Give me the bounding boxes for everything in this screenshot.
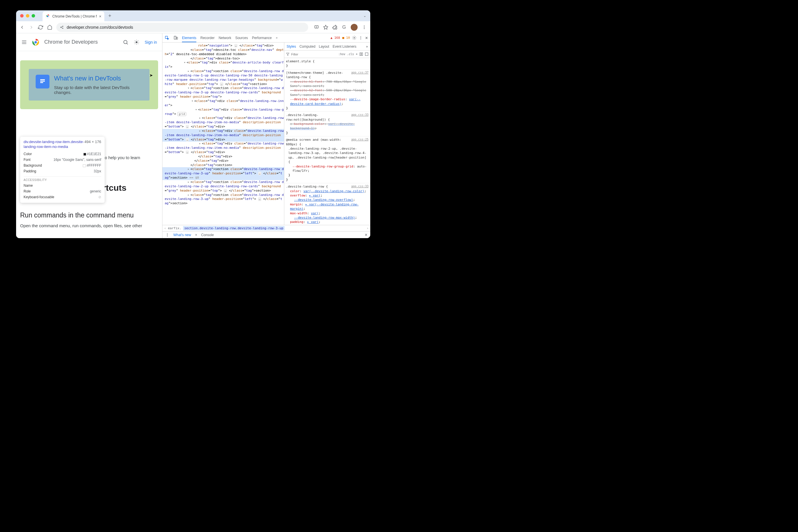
settings-icon[interactable] bbox=[352, 36, 356, 40]
new-style-icon[interactable]: + bbox=[356, 52, 358, 56]
tab-title: Chrome DevTools | Chrome f bbox=[52, 14, 97, 18]
hamburger-icon[interactable] bbox=[21, 39, 27, 45]
bookmark-icon[interactable] bbox=[323, 25, 328, 30]
styles-layout-icon[interactable] bbox=[365, 52, 369, 56]
forward-button[interactable] bbox=[29, 25, 34, 30]
tt-kbd-label: Keyboard-focusable bbox=[23, 195, 54, 199]
profile-avatar[interactable] bbox=[351, 24, 358, 31]
tab-close-icon[interactable]: × bbox=[99, 14, 101, 19]
svg-point-29 bbox=[167, 234, 168, 235]
titlebar: Chrome DevTools | Chrome f × + ⌄ bbox=[16, 10, 370, 21]
svg-point-4 bbox=[62, 28, 63, 28]
drawer-close-icon[interactable]: × bbox=[365, 232, 367, 238]
run-commands-text: Open the command menu, run commands, ope… bbox=[20, 223, 158, 228]
styles-tab-computed[interactable]: Computed bbox=[299, 44, 315, 49]
filter-chips[interactable]: :hov .cls bbox=[338, 53, 354, 56]
warning-badge[interactable]: ■ 10 bbox=[342, 36, 350, 40]
svg-point-23 bbox=[360, 37, 361, 38]
svg-point-14 bbox=[34, 40, 37, 44]
error-badge[interactable]: ▲ 168 bbox=[331, 36, 340, 40]
styles-tabs: Styles Computed Layout Event Listeners » bbox=[284, 42, 370, 51]
styles-view-icon[interactable] bbox=[359, 52, 363, 56]
styles-tab-events[interactable]: Event Listeners bbox=[333, 44, 356, 49]
maximize-window-button[interactable] bbox=[32, 14, 35, 18]
tooltip-dimensions: 494 × 176 bbox=[85, 139, 101, 144]
signin-link[interactable]: Sign in bbox=[145, 40, 157, 44]
svg-point-24 bbox=[360, 38, 361, 39]
menu-icon[interactable] bbox=[361, 25, 367, 30]
styles-filter-input[interactable] bbox=[291, 53, 337, 56]
page-header: Chrome for Developers Sign in bbox=[16, 33, 162, 51]
device-toggle-icon[interactable] bbox=[173, 36, 178, 40]
chrome-favicon bbox=[45, 14, 50, 19]
svg-point-8 bbox=[364, 28, 365, 29]
url-text: developer.chrome.com/docs/devtools bbox=[67, 25, 133, 30]
tt-bg-label: Background bbox=[23, 164, 42, 168]
svg-point-28 bbox=[167, 233, 168, 234]
devtools-drawer: What's new × Console × bbox=[162, 231, 370, 238]
toolbar: developer.chrome.com/docs/devtools G bbox=[16, 21, 370, 33]
tt-bg-val: #FFFFFF bbox=[87, 164, 101, 168]
hero-card: What's new in DevTools Stay up to date w… bbox=[20, 60, 158, 109]
body-peek-text: to help you to learn bbox=[104, 155, 158, 160]
inspect-element-icon[interactable] bbox=[165, 36, 169, 40]
styles-overflow-icon[interactable]: » bbox=[366, 44, 368, 49]
hero-subtitle: Stay up to date with the latest DevTools… bbox=[54, 85, 143, 95]
drawer-menu-icon[interactable] bbox=[165, 233, 169, 237]
styles-rules[interactable]: element.style {}app.css:37[theme=chrome-… bbox=[284, 58, 370, 225]
minimize-window-button[interactable] bbox=[26, 14, 29, 18]
svg-point-30 bbox=[167, 235, 168, 236]
drawer-tab-console[interactable]: Console bbox=[201, 233, 214, 237]
tab-recorder[interactable]: Recorder bbox=[200, 36, 215, 40]
hero-inner[interactable]: What's new in DevTools Stay up to date w… bbox=[29, 69, 149, 100]
reload-button[interactable] bbox=[38, 25, 43, 30]
window-controls bbox=[20, 14, 35, 18]
theme-toggle-icon[interactable] bbox=[134, 39, 140, 45]
tt-padding-label: Padding bbox=[23, 169, 36, 173]
browser-tab[interactable]: Chrome DevTools | Chrome f × bbox=[42, 12, 104, 21]
svg-rect-19 bbox=[174, 36, 176, 39]
more-icon[interactable] bbox=[359, 36, 363, 40]
tt-role-val: generic bbox=[90, 189, 101, 193]
styles-tab-styles[interactable]: Styles bbox=[286, 44, 296, 49]
svg-point-15 bbox=[124, 40, 127, 44]
address-bar[interactable]: developer.chrome.com/docs/devtools bbox=[56, 23, 308, 32]
site-info-icon[interactable] bbox=[60, 25, 64, 29]
svg-point-21 bbox=[354, 37, 355, 38]
close-devtools-icon[interactable]: × bbox=[365, 35, 368, 40]
tab-overflow-icon[interactable]: ⌄ bbox=[363, 14, 366, 18]
extensions-icon[interactable] bbox=[332, 25, 337, 30]
tab-elements[interactable]: Elements bbox=[182, 36, 196, 42]
svg-point-7 bbox=[364, 27, 365, 27]
tab-performance[interactable]: Performance bbox=[252, 36, 272, 40]
tab-network[interactable]: Network bbox=[219, 36, 231, 40]
search-icon[interactable] bbox=[123, 39, 129, 45]
new-tab-button[interactable]: + bbox=[107, 13, 113, 19]
home-button[interactable] bbox=[47, 25, 52, 30]
tabs-overflow-icon[interactable]: » bbox=[276, 36, 278, 40]
devtools-panel: Elements Recorder Network Sources Perfor… bbox=[162, 33, 370, 238]
chrome-logo-icon bbox=[32, 38, 40, 46]
svg-rect-25 bbox=[360, 53, 361, 56]
run-commands-heading: Run commands in the command menu bbox=[20, 211, 158, 219]
tab-sources[interactable]: Sources bbox=[235, 36, 248, 40]
breadcrumb-selected[interactable]: section.devsite-landing-row.devsite-land… bbox=[183, 226, 284, 230]
svg-point-17 bbox=[136, 41, 138, 43]
dom-tree[interactable]: role="navigation"> … </class="tag">div> … bbox=[162, 42, 284, 225]
back-button[interactable] bbox=[20, 25, 25, 30]
close-window-button[interactable] bbox=[20, 14, 23, 18]
tt-name-label: Name bbox=[23, 184, 33, 188]
devtools-tabs: Elements Recorder Network Sources Perfor… bbox=[162, 33, 370, 42]
google-services-icon[interactable]: G bbox=[341, 25, 347, 30]
content-area: Chrome for Developers Sign in What's new… bbox=[16, 33, 370, 238]
dom-breadcrumb[interactable]: ‹ earfix. section.devsite-landing-row.de… bbox=[162, 225, 370, 231]
svg-rect-26 bbox=[361, 53, 363, 56]
drawer-tab-close-icon[interactable]: × bbox=[195, 233, 197, 237]
tt-role-label: Role bbox=[23, 189, 31, 193]
install-icon[interactable] bbox=[314, 25, 319, 30]
drawer-tab-whatsnew[interactable]: What's new bbox=[173, 233, 191, 237]
breadcrumb-left: earfix. bbox=[168, 226, 181, 230]
devtools-main: role="navigation"> … </class="tag">div> … bbox=[162, 42, 370, 225]
styles-tab-layout[interactable]: Layout bbox=[319, 44, 329, 49]
tab-strip: Chrome DevTools | Chrome f × + ⌄ bbox=[42, 10, 366, 21]
